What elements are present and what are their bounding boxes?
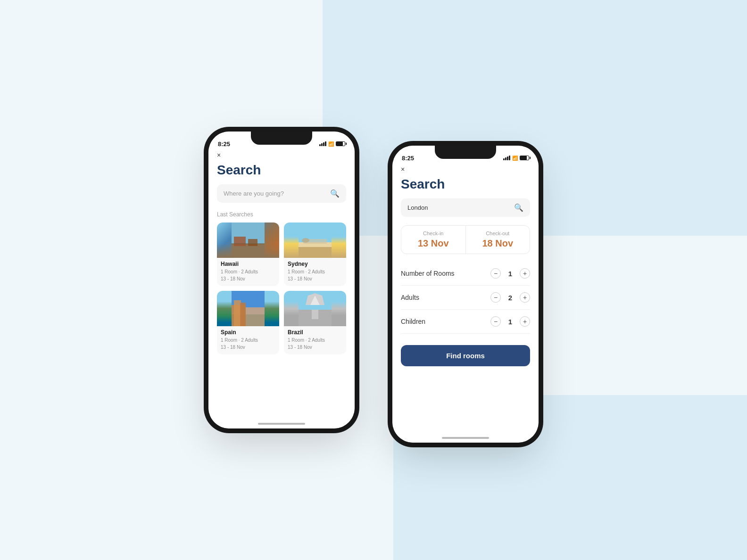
phone-1-inner: 8:25 📶 × Sea [208, 132, 355, 428]
rooms-increment-button[interactable]: + [520, 268, 530, 279]
svg-rect-15 [240, 303, 246, 326]
counter-label-adults: Adults [401, 294, 419, 301]
status-icons-1: 📶 [319, 141, 345, 147]
search-card-info-brazil: Brazil 1 Room · 2 Adults 13 - 18 Nov [284, 326, 346, 354]
adults-decrement-button[interactable]: − [490, 292, 501, 303]
svg-rect-7 [299, 247, 332, 258]
status-icons-2: 📶 [503, 156, 529, 161]
counter-label-children: Children [401, 318, 425, 325]
search-card-brazil[interactable]: Brazil 1 Room · 2 Adults 13 - 18 Nov [284, 291, 346, 354]
checkout-block[interactable]: Check-out 18 Nov [466, 226, 530, 254]
search-card-info-hawaii: Hawaii 1 Room · 2 Adults 13 - 18 Nov [217, 258, 279, 286]
search-card-city-hawaii: Hawaii [221, 261, 275, 267]
svg-point-9 [302, 238, 309, 243]
phone-1-content: × Search Where are you going? 🔍 Last Sea… [208, 151, 355, 354]
close-button-1[interactable]: × [217, 151, 346, 159]
search-input-container-2[interactable]: London 🔍 [401, 198, 530, 217]
find-rooms-button[interactable]: Find rooms [401, 345, 530, 366]
svg-rect-13 [246, 307, 265, 326]
close-button-2[interactable]: × [401, 165, 530, 173]
status-time-1: 8:25 [218, 140, 230, 148]
adults-increment-button[interactable]: + [520, 292, 530, 303]
wifi-icon-1: 📶 [328, 141, 334, 147]
svg-rect-14 [234, 300, 241, 326]
signal-icon-1 [319, 141, 326, 146]
page-title-1: Search [217, 163, 346, 178]
notch-1 [251, 132, 312, 145]
svg-rect-1 [232, 244, 265, 258]
home-indicator-1 [258, 423, 305, 425]
search-card-hawaii[interactable]: Hawaii 1 Room · 2 Adults 13 - 18 Nov [217, 222, 279, 286]
search-card-img-hawaii [217, 222, 279, 258]
checkin-block[interactable]: Check-in 13 Nov [401, 226, 466, 254]
checkout-value: 18 Nov [473, 238, 523, 249]
children-decrement-button[interactable]: − [490, 316, 501, 327]
search-card-img-brazil [284, 291, 346, 326]
svg-rect-3 [248, 239, 257, 246]
checkin-label: Check-in [408, 231, 459, 236]
signal-icon-2 [503, 156, 510, 160]
counter-controls-rooms: − 1 + [490, 268, 530, 279]
search-card-info-sydney: Sydney 1 Room · 2 Adults 13 - 18 Nov [284, 258, 346, 286]
search-card-rooms-brazil: 1 Room · 2 Adults [288, 337, 342, 344]
counter-row-rooms: Number of Rooms − 1 + [401, 262, 530, 286]
search-card-sydney[interactable]: Sydney 1 Room · 2 Adults 13 - 18 Nov [284, 222, 346, 286]
page-title-2: Search [401, 177, 530, 192]
counter-label-rooms: Number of Rooms [401, 270, 455, 277]
search-value-2: London [407, 204, 514, 211]
rooms-value: 1 [506, 270, 514, 278]
search-card-dates-hawaii: 13 - 18 Nov [221, 275, 275, 282]
search-card-spain[interactable]: Spain 1 Room · 2 Adults 13 - 18 Nov [217, 291, 279, 354]
search-icon-1[interactable]: 🔍 [330, 189, 340, 198]
search-card-dates-brazil: 13 - 18 Nov [288, 344, 342, 351]
checkout-label: Check-out [473, 231, 523, 236]
date-section: Check-in 13 Nov Check-out 18 Nov [401, 225, 530, 254]
search-card-img-sydney [284, 222, 346, 258]
counter-row-adults: Adults − 2 + [401, 286, 530, 310]
adults-value: 2 [506, 294, 514, 302]
search-card-rooms-hawaii: 1 Room · 2 Adults [221, 268, 275, 275]
search-card-rooms-spain: 1 Room · 2 Adults [221, 337, 275, 344]
notch-2 [435, 146, 496, 159]
search-card-info-spain: Spain 1 Room · 2 Adults 13 - 18 Nov [217, 326, 279, 354]
phone-2: 8:25 📶 × Sea [392, 146, 539, 443]
search-icon-2[interactable]: 🔍 [514, 203, 523, 212]
svg-rect-2 [234, 237, 246, 246]
battery-icon-1 [336, 141, 345, 146]
checkin-value: 13 Nov [408, 238, 459, 249]
search-card-city-sydney: Sydney [288, 261, 342, 267]
counter-section: Number of Rooms − 1 + Adults − 2 [401, 262, 530, 334]
search-card-city-spain: Spain [221, 329, 275, 336]
wifi-icon-2: 📶 [512, 156, 518, 161]
phone-1: 8:25 📶 × Sea [208, 132, 355, 428]
search-card-img-spain [217, 291, 279, 326]
status-time-2: 8:25 [402, 155, 414, 162]
counter-controls-children: − 1 + [490, 316, 530, 327]
counter-controls-adults: − 2 + [490, 292, 530, 303]
home-indicator-2 [442, 437, 489, 439]
phone-2-content: × Search London 🔍 Check-in 13 Nov Check-… [392, 165, 539, 366]
search-grid: Hawaii 1 Room · 2 Adults 13 - 18 Nov [217, 222, 346, 354]
battery-icon-2 [520, 156, 529, 160]
search-card-dates-sydney: 13 - 18 Nov [288, 275, 342, 282]
search-card-city-brazil: Brazil [288, 329, 342, 336]
last-searches-label: Last Searches [217, 211, 346, 218]
children-increment-button[interactable]: + [520, 316, 530, 327]
children-value: 1 [506, 318, 514, 326]
phones-container: 8:25 📶 × Sea [114, 54, 633, 506]
rooms-decrement-button[interactable]: − [490, 268, 501, 279]
counter-row-children: Children − 1 + [401, 310, 530, 334]
phone-2-inner: 8:25 📶 × Sea [392, 146, 539, 443]
search-card-rooms-sydney: 1 Room · 2 Adults [288, 268, 342, 275]
search-card-dates-spain: 13 - 18 Nov [221, 344, 275, 351]
search-input-container-1[interactable]: Where are you going? 🔍 [217, 184, 346, 203]
search-placeholder-1: Where are you going? [224, 190, 330, 197]
svg-rect-20 [312, 310, 318, 319]
